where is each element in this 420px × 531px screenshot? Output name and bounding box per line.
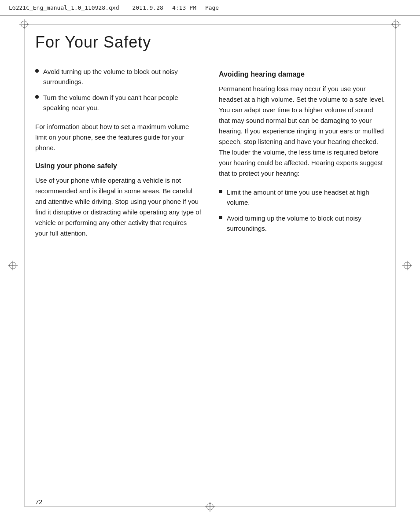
header-filename: LG221C_Eng_manual_1.0_110928.qxd [9, 4, 119, 11]
bullet-dot [35, 69, 39, 73]
list-item: Avoid turning up the volume to block out… [35, 67, 201, 87]
reg-mark-left-center [8, 261, 18, 270]
bullet-dot [35, 95, 39, 99]
left-column: Avoid turning up the volume to block out… [35, 67, 201, 247]
header-period: PM [189, 4, 196, 11]
reg-mark-top-right [391, 19, 401, 29]
list-item: Limit the amount of time you use headset… [219, 188, 385, 207]
info-paragraph: For information about how to set a maxim… [35, 122, 201, 153]
header-page: Page [205, 4, 219, 11]
reg-mark-right-center [402, 261, 412, 270]
list-item: Turn the volume down if you can't hear p… [35, 93, 201, 113]
hearing-body: Permanent hearing loss may occur if you … [219, 84, 385, 179]
header-bar: LG221C_Eng_manual_1.0_110928.qxd 2011.9.… [0, 0, 420, 16]
hearing-bullet-1: Limit the amount of time you use headset… [227, 188, 385, 207]
list-item: Avoid turning up the volume to block out… [219, 214, 385, 233]
reg-mark-bottom-center [205, 502, 215, 512]
bullet-text-2: Turn the volume down if you can't hear p… [43, 93, 201, 113]
bullet-dot [219, 190, 222, 193]
content-area: For Your Safety Avoid turning up the vol… [35, 33, 385, 496]
bullet-text-1: Avoid turning up the volume to block out… [43, 67, 201, 87]
header-time: 4:13 [172, 4, 186, 11]
left-bullet-list: Avoid turning up the volume to block out… [35, 67, 201, 113]
hearing-bullet-list: Limit the amount of time you use headset… [219, 188, 385, 233]
border-top [24, 24, 396, 25]
border-right [395, 24, 396, 507]
bullet-dot [219, 216, 222, 219]
hearing-bullet-2: Avoid turning up the volume to block out… [227, 214, 385, 233]
hearing-heading: Avoiding hearing damage [219, 70, 385, 78]
page-title: For Your Safety [35, 33, 385, 52]
page-number: 72 [35, 498, 43, 505]
two-column-layout: Avoid turning up the volume to block out… [35, 67, 385, 247]
border-left [24, 24, 25, 507]
phone-safety-heading: Using your phone safely [35, 162, 201, 170]
right-column: Avoiding hearing damage Permanent hearin… [219, 67, 385, 247]
phone-safety-body: Use of your phone while operating a vehi… [35, 175, 201, 239]
reg-mark-top-left [19, 19, 29, 29]
header-date: 2011.9.28 [132, 4, 163, 11]
